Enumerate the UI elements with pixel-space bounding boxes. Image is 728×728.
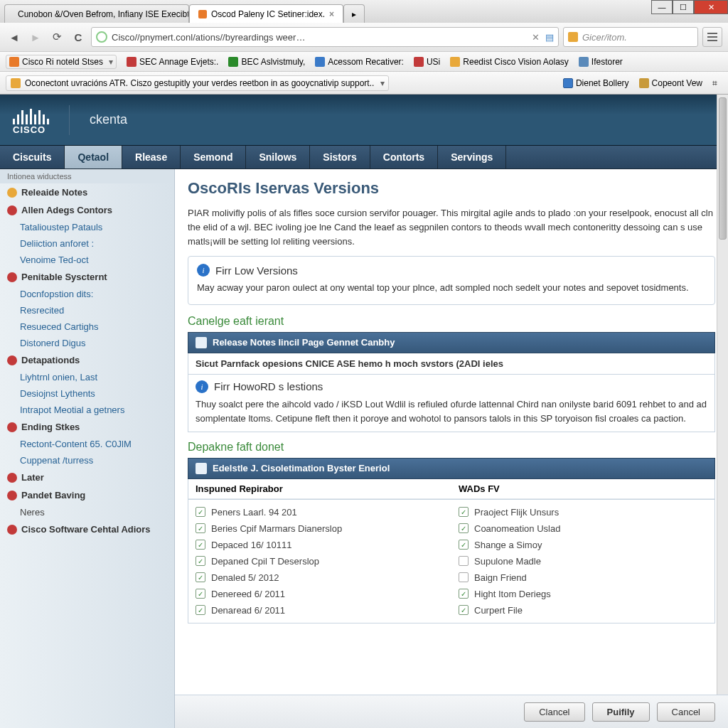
bullet-icon <box>7 272 17 282</box>
checklist-header: Inspuned Repirabor WADs FV <box>188 479 715 500</box>
sidebar-item[interactable]: Desiojnst Lythents <box>0 385 174 402</box>
nav-tab[interactable]: Rlease <box>122 146 181 168</box>
sidebar-item[interactable]: Resrecited <box>0 302 174 318</box>
tab-label: Cunobon &/Oven Befrom, Infiany ISE Execi… <box>18 9 189 19</box>
checkbox[interactable]: ✓ <box>196 572 205 582</box>
panel-header[interactable]: Release Notes Iincil Page Gennet Canbhy <box>188 332 715 353</box>
bookmark-item[interactable]: BEC Aslvistmuly, <box>228 57 305 67</box>
info-icon: i <box>196 380 208 393</box>
nav-tab[interactable]: Snilows <box>246 146 310 168</box>
checkbox[interactable]: ✓ <box>196 523 205 533</box>
bullet-icon <box>7 525 17 535</box>
reload-button-2[interactable]: C <box>70 28 87 46</box>
announce-text: Oconectont uvracións ATR. Ciszo gestupit… <box>25 78 374 88</box>
bookmark-item[interactable]: Acessom Recativer: <box>315 57 404 67</box>
checkbox[interactable]: ✓ <box>459 556 469 566</box>
sidebar-section[interactable]: Allen Adegs Contors <box>0 201 174 219</box>
checkbox[interactable]: ✓ <box>459 540 469 550</box>
sidebar-item[interactable]: Venoime Ted-oct <box>0 252 174 268</box>
bookmark-item[interactable]: Cisco Ri noteld Stses ▾ <box>6 55 117 69</box>
cancel-button[interactable]: Clancel <box>524 702 584 722</box>
sidebar-item[interactable]: Rectont-Content 65. C0JlM <box>0 436 174 452</box>
close-window-button[interactable]: ✕ <box>694 0 728 14</box>
nav-tab[interactable]: Sistors <box>310 146 370 168</box>
sidebar-section[interactable]: Penitable Syscternt <box>0 268 174 286</box>
check-row: ✓Curpert File <box>459 602 707 619</box>
sidebar-section[interactable]: Cisco Software Cehtal Adiors <box>0 520 174 538</box>
nav-tab[interactable]: Ciscuits <box>0 146 65 168</box>
primary-button[interactable]: Puifily <box>592 702 650 722</box>
sidebar-item[interactable]: Tatalioustep Patauls <box>0 219 174 235</box>
checkbox[interactable]: ✓ <box>196 589 205 599</box>
toolbar-item[interactable]: Dienet Bollery <box>563 78 629 88</box>
nav-tab[interactable]: Qetaol <box>65 146 122 168</box>
bookmark-label: SEC Annage Evjets:. <box>139 57 218 67</box>
sidebar-section[interactable]: Detapationds <box>0 351 174 369</box>
sidebar-item[interactable]: Liyhtrnl onien, Last <box>0 369 174 385</box>
nav-tab[interactable]: Contorts <box>370 146 438 168</box>
sidebar-section[interactable]: Later <box>0 469 174 486</box>
announcement-dropdown[interactable]: Oconectont uvracións ATR. Ciszo gestupit… <box>6 75 389 91</box>
check-label: Baign Friend <box>474 572 527 583</box>
check-label: Hight Itom Deriegs <box>474 589 551 599</box>
toolbar-item[interactable]: ⌗ <box>712 78 722 88</box>
close-icon[interactable]: × <box>329 9 334 19</box>
scrollbar-thumb[interactable] <box>719 169 727 240</box>
new-tab-button[interactable]: ▸ <box>343 4 365 23</box>
url-bar[interactable]: Cisco//pnymert.conl/ations//byreardings … <box>91 27 559 47</box>
page-title: OscoRIs Iservas Versions <box>188 179 715 198</box>
sidebar-item[interactable]: Intrapot Meotial a getners <box>0 402 174 418</box>
search-bar[interactable]: Gicer/itom. <box>563 27 698 47</box>
bookmark-item[interactable]: USi <box>414 57 440 67</box>
sidebar-item[interactable]: Cuppenat /turress <box>0 452 174 469</box>
sidebar-section[interactable]: Pandet Baving <box>0 486 174 504</box>
section-label: Cisco Software Cehtal Adiors <box>21 524 151 535</box>
sidebar-item[interactable]: Docnfopstion dits: <box>0 286 174 302</box>
check-label: Curpert File <box>474 605 523 616</box>
tab-strip: Cunobon &/Oven Befrom, Infiany ISE Execi… <box>0 0 728 23</box>
checkbox[interactable]: ✓ <box>459 507 469 517</box>
hamburger-menu-button[interactable] <box>702 27 722 47</box>
bookmark-icon[interactable]: ▤ <box>545 32 554 43</box>
cancel-button-2[interactable]: Cancel <box>657 702 715 722</box>
checkbox[interactable]: ✓ <box>459 589 469 599</box>
tab-1[interactable]: Oscod Paleny IC Setiner:idex. × <box>189 4 343 23</box>
checkbox[interactable]: ✓ <box>459 572 469 582</box>
check-row: ✓Coanomeation Uslad <box>459 520 707 537</box>
bookmark-icon <box>9 57 19 67</box>
forward-button[interactable]: ► <box>27 28 44 46</box>
sidebar-section[interactable]: Releaide Notes <box>0 183 174 201</box>
info-icon: i <box>197 264 210 277</box>
sidebar-item[interactable]: Neres <box>0 504 174 520</box>
nav-tab[interactable]: Semond <box>181 146 246 168</box>
panel-body: iFirr HowoRD s lestions Thuy soalct pere… <box>188 375 715 432</box>
checkbox[interactable]: ✓ <box>459 523 469 533</box>
toolbar-item[interactable]: Copeont Vew <box>639 78 702 88</box>
sidebar-item[interactable]: Deliiction anforet : <box>0 235 174 252</box>
panel-header[interactable]: Edelstle J. Cisoletimation Byster Enerio… <box>188 458 715 479</box>
sidebar-item[interactable]: Resueced Cartighs <box>0 318 174 335</box>
bookmark-item[interactable]: Ifestorer <box>579 57 623 67</box>
checkbox[interactable]: ✓ <box>196 556 205 566</box>
bookmark-icon <box>414 57 424 67</box>
tab-0[interactable]: Cunobon &/Oven Befrom, Infiany ISE Execi… <box>4 4 189 23</box>
maximize-button[interactable]: ☐ <box>673 0 694 14</box>
tools-icon[interactable]: ✕ <box>532 32 540 43</box>
minimize-button[interactable]: — <box>651 0 673 14</box>
reload-button[interactable]: ⟳ <box>48 28 65 46</box>
bookmark-item[interactable]: SEC Annage Evjets:. <box>127 57 218 67</box>
sidebar-item[interactable]: Distonerd Digus <box>0 335 174 351</box>
sidebar-section[interactable]: Ending Stkes <box>0 418 174 436</box>
check-label: Depaced 16/ 10111 <box>211 540 291 550</box>
checkbox[interactable]: ✓ <box>196 540 205 550</box>
sidebar: Intionea wiductess Releaide NotesAllen A… <box>0 169 175 728</box>
section-heading: Canelge eaft ierant <box>188 315 715 328</box>
checkbox[interactable]: ✓ <box>196 507 205 517</box>
panel-title: Release Notes Iincil Page Gennet Canbhy <box>213 337 395 348</box>
checkbox[interactable]: ✓ <box>196 605 205 615</box>
checkbox[interactable]: ✓ <box>459 605 469 615</box>
back-button[interactable]: ◄ <box>6 28 23 46</box>
scrollbar[interactable] <box>717 169 728 728</box>
bookmark-item[interactable]: Reedist Cisco Vision Aolasy <box>450 57 569 67</box>
nav-tab[interactable]: Servings <box>438 146 506 168</box>
